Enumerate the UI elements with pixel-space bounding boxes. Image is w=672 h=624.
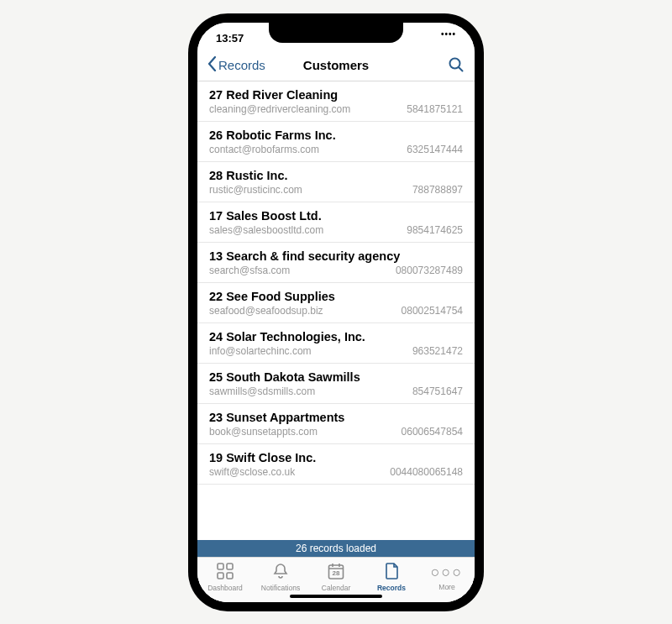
customer-phone: 963521472 [412, 345, 463, 357]
customer-email: contact@robofarms.com [209, 144, 319, 155]
customer-name: 28 Rustic Inc. [209, 169, 463, 182]
customer-list[interactable]: 27 Red River Cleaningcleaning@redrivercl… [197, 81, 475, 540]
list-item[interactable]: 27 Red River Cleaningcleaning@redrivercl… [197, 81, 475, 122]
svg-rect-5 [227, 564, 233, 569]
svg-point-3 [450, 59, 460, 69]
customer-phone: 08002514754 [402, 305, 463, 317]
home-indicator [290, 595, 382, 598]
list-item[interactable]: 22 See Food Suppliesseafood@seafoodsup.b… [197, 283, 475, 323]
tab-more[interactable]: ○○○ More [422, 563, 472, 591]
list-item[interactable]: 17 Sales Boost Ltd.sales@salesboostltd.c… [197, 202, 475, 243]
search-icon [448, 56, 465, 73]
tab-label: Records [377, 584, 406, 592]
customer-name: 17 Sales Boost Ltd. [209, 209, 463, 223]
customer-phone: 06006547854 [402, 426, 463, 438]
tab-label: Notifications [261, 584, 300, 592]
customer-email: swift@sclose.co.uk [209, 466, 295, 478]
list-item[interactable]: 23 Sunset Appartmentsbook@sunsetappts.co… [197, 404, 475, 444]
tab-label: Dashboard [207, 584, 243, 592]
customer-email: info@solartechinc.com [209, 345, 312, 357]
svg-rect-7 [227, 573, 233, 579]
customer-name: 22 See Food Supplies [209, 290, 463, 303]
tab-label: More [438, 583, 454, 591]
more-icon: ○○○ [431, 563, 464, 581]
tab-label: Calendar [322, 584, 351, 592]
customer-phone: 788788897 [412, 184, 463, 196]
list-item[interactable]: 19 Swift Close Inc.swift@sclose.co.uk004… [197, 444, 475, 485]
tab-records[interactable]: Records [366, 562, 417, 592]
customer-phone: 5841875121 [407, 103, 463, 115]
bell-icon [271, 562, 290, 582]
records-loaded-label: 26 records loaded [296, 543, 376, 554]
document-icon [382, 562, 401, 582]
cellular-icon: •••• [441, 29, 456, 39]
customer-email: rustic@rusticinc.com [209, 184, 302, 196]
clock: 13:57 [216, 32, 244, 45]
screen: 13:57 •••• Records Customers [197, 23, 475, 602]
customer-email: sales@salesboostltd.com [209, 224, 323, 236]
list-item[interactable]: 28 Rustic Inc.rustic@rusticinc.com788788… [197, 162, 475, 202]
customer-phone: 6325147444 [407, 144, 463, 155]
grid-icon [216, 562, 234, 582]
list-item[interactable]: 13 Search & find security agencysearch@s… [197, 243, 475, 283]
calendar-icon: 28 [327, 562, 345, 582]
back-button[interactable]: Records [207, 56, 265, 74]
list-item[interactable]: 26 Robotic Farms Inc.contact@robofarms.c… [197, 122, 475, 162]
tab-notifications[interactable]: Notifications [255, 562, 306, 592]
customer-phone: 854751647 [412, 385, 463, 397]
navigation-bar: Records Customers [197, 50, 475, 81]
customer-name: 19 Swift Close Inc. [209, 451, 463, 464]
notch [269, 23, 403, 43]
customer-phone: 0044080065148 [390, 466, 463, 478]
back-label: Records [218, 58, 265, 72]
customer-phone: 9854174625 [407, 224, 463, 236]
tab-dashboard[interactable]: Dashboard [200, 562, 250, 592]
customer-name: 23 Sunset Appartments [209, 411, 463, 424]
svg-rect-4 [218, 564, 223, 569]
list-item[interactable]: 24 Solar Technologies, Inc.info@solartec… [197, 323, 475, 364]
status-strip: 26 records loaded [197, 540, 475, 557]
customer-name: 24 Solar Technologies, Inc. [209, 330, 463, 343]
customer-name: 25 South Dakota Sawmills [209, 370, 463, 384]
customer-email: search@sfsa.com [209, 265, 290, 276]
customer-email: cleaning@redrivercleaning.com [209, 103, 350, 115]
chevron-left-icon [207, 56, 217, 74]
customer-email: seafood@seafoodsup.biz [209, 305, 323, 317]
tab-calendar[interactable]: 28 Calendar [311, 562, 361, 592]
customer-email: book@sunsetappts.com [209, 426, 318, 438]
svg-rect-6 [218, 573, 223, 579]
customer-name: 26 Robotic Farms Inc. [209, 128, 463, 142]
list-item[interactable]: 25 South Dakota Sawmillssawmills@sdsmill… [197, 364, 475, 404]
search-button[interactable] [448, 56, 465, 73]
calendar-day: 28 [327, 569, 345, 577]
phone-frame: 13:57 •••• Records Customers [189, 14, 483, 611]
customer-name: 13 Search & find security agency [209, 249, 463, 263]
customer-phone: 080073287489 [396, 265, 463, 276]
customer-email: sawmills@sdsmills.com [209, 385, 315, 397]
customer-name: 27 Red River Cleaning [209, 88, 463, 102]
